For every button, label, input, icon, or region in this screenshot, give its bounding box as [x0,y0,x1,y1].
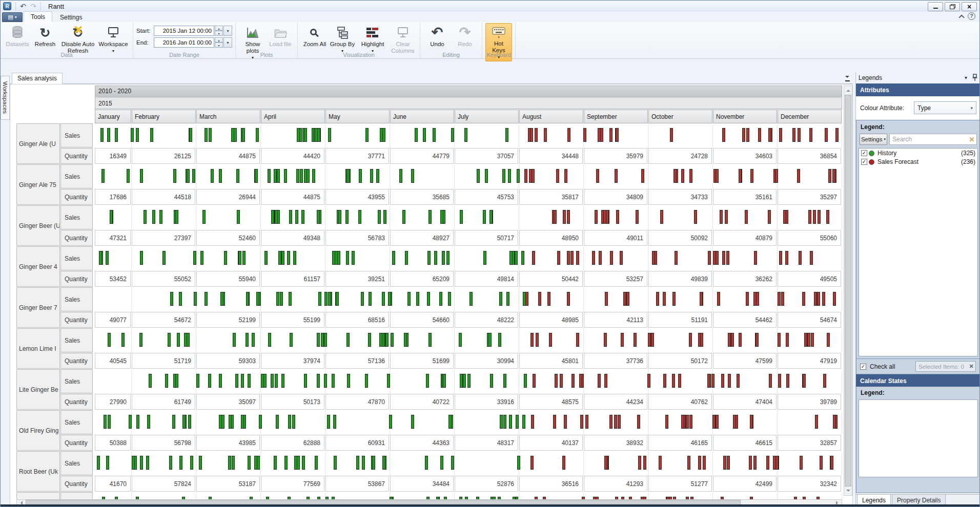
forecast-bar[interactable] [659,456,662,470]
start-date-input[interactable]: 2015 Jan 12 00:00 [154,26,214,36]
history-bar[interactable] [358,210,361,224]
forecast-bar[interactable] [606,210,609,224]
history-bar[interactable] [99,251,102,265]
history-bar[interactable] [175,210,178,224]
forecast-bar[interactable] [716,415,719,429]
history-bar[interactable] [202,210,206,224]
forecast-bar[interactable] [722,128,725,142]
forecast-bar[interactable] [618,415,621,429]
vertical-scrollbar-thumb[interactable] [845,95,851,487]
history-bar[interactable] [490,374,493,388]
history-bar[interactable] [187,333,190,347]
forecast-bar[interactable] [643,456,646,470]
forecast-bar[interactable] [532,251,535,265]
history-bar[interactable] [509,251,513,265]
history-bar[interactable] [379,333,382,347]
forecast-bar[interactable] [731,333,734,347]
history-bar[interactable] [248,374,251,388]
history-bar[interactable] [448,292,451,306]
forecast-bar[interactable] [822,292,825,306]
forecast-bar[interactable] [778,333,781,347]
legend-item[interactable]: ✓History(325) [859,149,977,157]
history-bar[interactable] [382,456,385,470]
history-bar[interactable] [426,374,429,388]
history-bar[interactable] [515,251,518,265]
forecast-bar[interactable] [604,374,607,388]
forecast-bar[interactable] [616,210,619,224]
spin-down-icon[interactable]: ▾ [215,43,223,48]
forecast-bar[interactable] [700,292,703,306]
history-bar[interactable] [140,169,143,183]
forecast-bar[interactable] [580,415,583,429]
history-bar[interactable] [289,292,292,306]
forecast-bar[interactable] [808,210,811,224]
history-bar[interactable] [391,333,394,347]
forecast-bar[interactable] [656,292,659,306]
history-bar[interactable] [483,251,486,265]
clear-search-icon[interactable]: ✕ [967,136,976,143]
forecast-bar[interactable] [681,169,684,183]
history-bar[interactable] [205,292,208,306]
forecast-bar[interactable] [531,415,534,429]
history-bar[interactable] [301,210,304,224]
history-bar[interactable] [192,169,195,183]
forecast-bar[interactable] [604,333,607,347]
history-bar[interactable] [147,415,150,429]
forecast-bar[interactable] [579,374,582,388]
history-bar[interactable] [136,415,139,429]
history-bar[interactable] [428,333,432,347]
history-bar[interactable] [219,169,222,183]
history-bar[interactable] [194,292,197,306]
history-bar[interactable] [317,374,320,388]
forecast-bar[interactable] [605,292,608,306]
forecast-bar[interactable] [660,210,663,224]
sidebar-tab-workspaces[interactable]: Workspaces [1,76,10,120]
history-bar[interactable] [297,456,300,470]
history-bar[interactable] [241,415,244,429]
search-input[interactable] [890,135,967,143]
history-bar[interactable] [287,251,290,265]
history-bar[interactable] [292,415,295,429]
forecast-bar[interactable] [620,251,623,265]
forecast-bar[interactable] [698,456,701,470]
forecast-bar[interactable] [567,292,570,306]
history-bar[interactable] [277,169,280,183]
forecast-bar[interactable] [553,415,556,429]
forecast-bar[interactable] [530,128,533,142]
forecast-bar[interactable] [616,128,619,142]
history-bar[interactable] [280,292,283,306]
history-bar[interactable] [229,415,232,429]
forecast-bar[interactable] [599,251,602,265]
history-bar[interactable] [236,169,239,183]
forecast-bar[interactable] [768,210,771,224]
forecast-bar[interactable] [799,251,802,265]
history-bar[interactable] [442,251,445,265]
history-bar[interactable] [446,251,450,265]
app-menu-button[interactable]: ▤ ▾ [2,12,23,22]
history-bar[interactable] [189,128,192,142]
history-bar[interactable] [115,128,118,142]
history-bar[interactable] [264,251,268,265]
forecast-bar[interactable] [785,251,788,265]
history-bar[interactable] [150,128,153,142]
forecast-bar[interactable] [783,210,786,224]
forecast-bar[interactable] [756,333,759,347]
redo-button[interactable]: ↷ Redo [451,23,479,48]
history-bar[interactable] [221,415,224,429]
history-bar[interactable] [485,169,488,183]
forecast-bar[interactable] [670,128,673,142]
history-bar[interactable] [199,456,202,470]
forecast-bar[interactable] [556,169,559,183]
history-bar[interactable] [517,169,520,183]
history-bar[interactable] [304,128,307,142]
clear-columns-button[interactable]: Clear Columns [389,23,417,54]
forecast-bar[interactable] [686,415,689,429]
history-bar[interactable] [312,169,315,183]
history-bar[interactable] [281,251,284,265]
history-bar[interactable] [402,210,405,224]
history-bar[interactable] [332,374,335,388]
forecast-bar[interactable] [525,292,528,306]
history-bar[interactable] [187,169,190,183]
forecast-bar[interactable] [779,128,782,142]
forecast-bar[interactable] [596,169,599,183]
